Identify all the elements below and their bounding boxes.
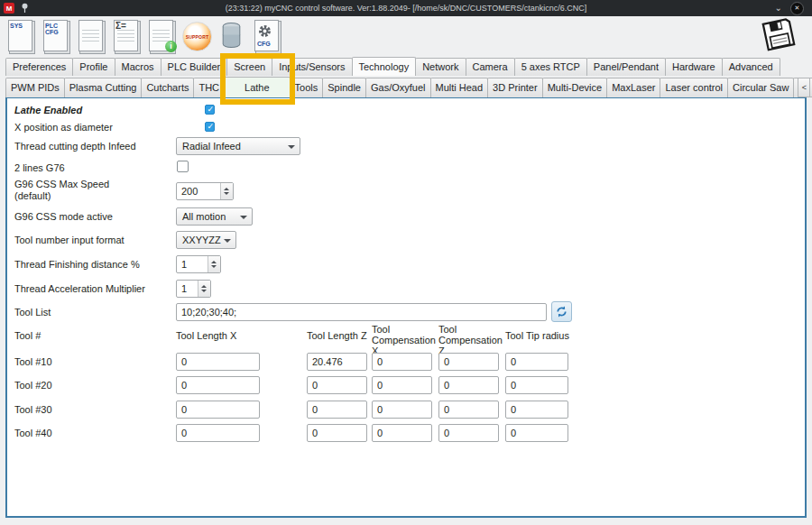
refresh-tool-list-button[interactable] (551, 301, 572, 322)
tool-30-length-z-input[interactable] (307, 401, 367, 419)
thread-finishing-spinbox[interactable]: 1 (176, 255, 221, 273)
tab-spindle[interactable]: Spindle (322, 78, 366, 97)
tab-hardware[interactable]: Hardware (665, 58, 723, 76)
tab-technology[interactable]: Technology (352, 57, 417, 76)
documents-button[interactable] (75, 17, 107, 55)
window-title: (23:31:22) myCNC control software. Ver:1… (0, 4, 812, 13)
tool-30-length-x-input[interactable] (176, 401, 260, 419)
g96-max-speed-value: 200 (177, 183, 220, 199)
tool-20-length-x-input[interactable] (176, 376, 260, 394)
tab-5-axes-rtcp[interactable]: 5 axes RTCP (514, 58, 587, 76)
plc-config-button[interactable]: PLC CFG (40, 17, 72, 55)
tool-10-comp-z-input[interactable] (438, 353, 499, 371)
tab-preferences[interactable]: Preferences (5, 58, 73, 76)
tool-10-label: Tool #10 (14, 356, 52, 368)
save-button[interactable] (761, 17, 796, 51)
thread-accel-spinbox[interactable]: 1 (176, 280, 211, 298)
tab-inputs-sensors[interactable]: Inputs/Sensors (272, 58, 352, 76)
tool-40-length-x-input[interactable] (176, 424, 260, 442)
app-logo-icon: M (4, 3, 14, 14)
tool-20-length-z-input[interactable] (307, 376, 367, 394)
spin-arrows-icon[interactable] (198, 281, 210, 297)
tab-gas-oxyfuel[interactable]: Gas/Oxyfuel (365, 78, 431, 97)
support-button[interactable]: SUPPORT (180, 17, 213, 55)
tab-plc-builder[interactable]: PLC Builder (161, 58, 228, 76)
spin-arrows-icon[interactable] (220, 183, 233, 199)
col-header-tool: Tool # (14, 330, 41, 341)
tool-list-input[interactable] (176, 303, 547, 321)
tab-pwm-pids[interactable]: PWM PIDs (5, 78, 65, 97)
col-header-tool-length-z: Tool Length Z (307, 330, 367, 341)
sys-label: SYS (10, 23, 28, 29)
tab-advanced[interactable]: Advanced (722, 58, 780, 76)
sigma-icon: Σ= (115, 23, 134, 29)
pin-icon[interactable] (21, 3, 29, 14)
tab-plasma-cutting[interactable]: Plasma Cutting (64, 78, 143, 97)
lathe-settings-panel: Lathe Enabled X position as diameter Thr… (5, 97, 807, 518)
database-button[interactable] (216, 17, 248, 55)
cfg-label: CFG (257, 41, 275, 47)
thread-infeed-value: Radial Infeed (182, 141, 241, 152)
tool-list-label: Tool List (14, 307, 51, 318)
tab-circular-saw[interactable]: Circular Saw (727, 78, 794, 97)
tool-30-comp-x-input[interactable] (372, 401, 432, 419)
main-tab-bar: Preferences Profile Macros PLC Builder S… (5, 57, 807, 76)
x-position-as-diameter-checkbox[interactable] (205, 122, 215, 132)
tab-laser-control[interactable]: Laser control (660, 78, 728, 97)
tab-panel-pendant[interactable]: Panel/Pendant (586, 58, 666, 76)
tab-3d-printer[interactable]: 3D Printer (487, 78, 543, 97)
macro-list-button[interactable]: Σ= (110, 17, 143, 55)
document-icon (78, 20, 103, 51)
tool-30-tip-radius-input[interactable] (505, 401, 568, 419)
scroll-left-icon[interactable]: < (798, 78, 810, 97)
tool-10-length-x-input[interactable] (176, 353, 260, 371)
tab-network[interactable]: Network (415, 58, 466, 76)
tool-20-comp-z-input[interactable] (438, 376, 499, 394)
g96-max-speed-spinbox[interactable]: 200 (176, 182, 234, 200)
lathe-enabled-label: Lathe Enabled (14, 105, 82, 116)
tab-maxlaser[interactable]: MaxLaser (606, 78, 660, 97)
tool-20-label: Tool #20 (14, 380, 52, 391)
support-icon: SUPPORT (182, 22, 212, 51)
thread-finishing-value: 1 (177, 256, 208, 272)
tab-tools[interactable]: Tools (290, 78, 324, 97)
tool-number-format-select[interactable]: XXYYZZ (176, 231, 236, 249)
tool-20-tip-radius-input[interactable] (505, 376, 568, 394)
tab-multi-device[interactable]: Multi-Device (542, 78, 608, 97)
g96-max-speed-label: G96 CSS Max Speed (default) (14, 179, 123, 202)
collapse-icon[interactable]: ⌄ (775, 4, 782, 13)
tab-camera[interactable]: Camera (466, 58, 515, 76)
tab-thc[interactable]: THC (193, 78, 225, 97)
tab-lathe-label: Lathe (245, 82, 270, 93)
tool-30-label: Tool #30 (14, 404, 52, 416)
two-lines-g76-checkbox[interactable] (177, 161, 189, 172)
g96-mode-select[interactable]: All motion (176, 207, 253, 226)
lathe-enabled-checkbox[interactable] (205, 105, 215, 115)
sys-settings-button[interactable]: SYS (5, 17, 37, 55)
tool-20-comp-x-input[interactable] (372, 376, 432, 394)
tool-30-comp-z-input[interactable] (438, 401, 499, 419)
thread-infeed-select[interactable]: Radial Infeed (176, 137, 300, 155)
info-icon: i (165, 41, 177, 52)
tab-profile[interactable]: Profile (72, 58, 115, 76)
tool-40-length-z-input[interactable] (307, 424, 367, 442)
gear-icon (258, 24, 272, 41)
thread-finishing-label: Thread Finishing distance % (14, 259, 140, 271)
tool-10-length-z-input[interactable] (307, 353, 367, 371)
tab-scroll-controls: < > (798, 78, 812, 97)
tab-screen[interactable]: Screen (226, 58, 272, 76)
cfg-editor-button[interactable]: CFG (251, 17, 283, 55)
info-button[interactable]: i (145, 17, 178, 55)
tool-40-tip-radius-input[interactable] (505, 424, 568, 442)
tab-cutcharts[interactable]: Cutcharts (141, 78, 194, 97)
tool-10-comp-x-input[interactable] (372, 353, 432, 371)
close-icon[interactable]: ✕ (790, 2, 804, 15)
tool-40-comp-x-input[interactable] (372, 424, 432, 442)
tab-multi-head[interactable]: Multi Head (430, 78, 489, 97)
tab-lathe[interactable]: Lathe (224, 77, 291, 97)
tool-10-tip-radius-input[interactable] (505, 353, 568, 371)
tool-40-comp-z-input[interactable] (438, 424, 499, 442)
tab-macros[interactable]: Macros (115, 58, 161, 76)
col-header-tool-tip-radius: Tool Tip radius (505, 330, 569, 341)
spin-arrows-icon[interactable] (208, 256, 220, 272)
